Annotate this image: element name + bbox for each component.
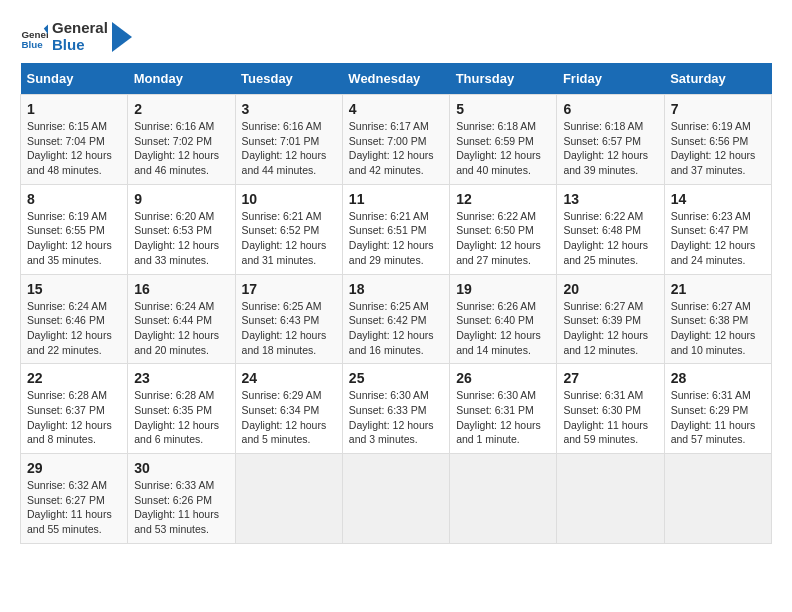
- day-info: Sunrise: 6:27 AMSunset: 6:39 PMDaylight:…: [563, 299, 657, 358]
- day-number: 20: [563, 281, 657, 297]
- calendar-cell: 4Sunrise: 6:17 AMSunset: 7:00 PMDaylight…: [342, 95, 449, 185]
- day-info: Sunrise: 6:22 AMSunset: 6:48 PMDaylight:…: [563, 209, 657, 268]
- logo-arrow-icon: [112, 22, 132, 52]
- calendar-cell: 3Sunrise: 6:16 AMSunset: 7:01 PMDaylight…: [235, 95, 342, 185]
- svg-marker-3: [112, 22, 132, 52]
- calendar-cell: 29Sunrise: 6:32 AMSunset: 6:27 PMDayligh…: [21, 454, 128, 544]
- day-number: 27: [563, 370, 657, 386]
- calendar-cell: [450, 454, 557, 544]
- calendar-cell: 20Sunrise: 6:27 AMSunset: 6:39 PMDayligh…: [557, 274, 664, 364]
- calendar-cell: 27Sunrise: 6:31 AMSunset: 6:30 PMDayligh…: [557, 364, 664, 454]
- calendar-cell: 15Sunrise: 6:24 AMSunset: 6:46 PMDayligh…: [21, 274, 128, 364]
- day-number: 2: [134, 101, 228, 117]
- logo-icon: General Blue: [20, 23, 48, 51]
- calendar-cell: 25Sunrise: 6:30 AMSunset: 6:33 PMDayligh…: [342, 364, 449, 454]
- calendar-cell: 19Sunrise: 6:26 AMSunset: 6:40 PMDayligh…: [450, 274, 557, 364]
- calendar-cell: 16Sunrise: 6:24 AMSunset: 6:44 PMDayligh…: [128, 274, 235, 364]
- calendar-cell: 28Sunrise: 6:31 AMSunset: 6:29 PMDayligh…: [664, 364, 771, 454]
- day-number: 1: [27, 101, 121, 117]
- day-info: Sunrise: 6:18 AMSunset: 6:57 PMDaylight:…: [563, 119, 657, 178]
- calendar-cell: 17Sunrise: 6:25 AMSunset: 6:43 PMDayligh…: [235, 274, 342, 364]
- calendar-cell: [342, 454, 449, 544]
- day-number: 6: [563, 101, 657, 117]
- col-header-sunday: Sunday: [21, 63, 128, 95]
- col-header-wednesday: Wednesday: [342, 63, 449, 95]
- day-number: 22: [27, 370, 121, 386]
- day-info: Sunrise: 6:19 AMSunset: 6:56 PMDaylight:…: [671, 119, 765, 178]
- day-info: Sunrise: 6:24 AMSunset: 6:46 PMDaylight:…: [27, 299, 121, 358]
- col-header-thursday: Thursday: [450, 63, 557, 95]
- day-number: 5: [456, 101, 550, 117]
- day-number: 24: [242, 370, 336, 386]
- svg-text:Blue: Blue: [21, 39, 43, 50]
- day-info: Sunrise: 6:32 AMSunset: 6:27 PMDaylight:…: [27, 478, 121, 537]
- day-number: 13: [563, 191, 657, 207]
- col-header-saturday: Saturday: [664, 63, 771, 95]
- day-info: Sunrise: 6:26 AMSunset: 6:40 PMDaylight:…: [456, 299, 550, 358]
- calendar-cell: [557, 454, 664, 544]
- day-number: 23: [134, 370, 228, 386]
- day-info: Sunrise: 6:31 AMSunset: 6:29 PMDaylight:…: [671, 388, 765, 447]
- calendar-cell: 23Sunrise: 6:28 AMSunset: 6:35 PMDayligh…: [128, 364, 235, 454]
- day-info: Sunrise: 6:21 AMSunset: 6:52 PMDaylight:…: [242, 209, 336, 268]
- day-info: Sunrise: 6:22 AMSunset: 6:50 PMDaylight:…: [456, 209, 550, 268]
- page-header: General Blue General Blue: [20, 20, 772, 53]
- day-number: 17: [242, 281, 336, 297]
- calendar-cell: 18Sunrise: 6:25 AMSunset: 6:42 PMDayligh…: [342, 274, 449, 364]
- calendar-cell: 12Sunrise: 6:22 AMSunset: 6:50 PMDayligh…: [450, 184, 557, 274]
- calendar-cell: 13Sunrise: 6:22 AMSunset: 6:48 PMDayligh…: [557, 184, 664, 274]
- day-number: 26: [456, 370, 550, 386]
- calendar-cell: 26Sunrise: 6:30 AMSunset: 6:31 PMDayligh…: [450, 364, 557, 454]
- day-number: 12: [456, 191, 550, 207]
- calendar-cell: [235, 454, 342, 544]
- day-number: 11: [349, 191, 443, 207]
- day-info: Sunrise: 6:16 AMSunset: 7:02 PMDaylight:…: [134, 119, 228, 178]
- day-info: Sunrise: 6:25 AMSunset: 6:43 PMDaylight:…: [242, 299, 336, 358]
- day-number: 21: [671, 281, 765, 297]
- day-number: 7: [671, 101, 765, 117]
- calendar-cell: 7Sunrise: 6:19 AMSunset: 6:56 PMDaylight…: [664, 95, 771, 185]
- day-info: Sunrise: 6:23 AMSunset: 6:47 PMDaylight:…: [671, 209, 765, 268]
- calendar-cell: 5Sunrise: 6:18 AMSunset: 6:59 PMDaylight…: [450, 95, 557, 185]
- day-info: Sunrise: 6:30 AMSunset: 6:33 PMDaylight:…: [349, 388, 443, 447]
- day-info: Sunrise: 6:20 AMSunset: 6:53 PMDaylight:…: [134, 209, 228, 268]
- day-info: Sunrise: 6:18 AMSunset: 6:59 PMDaylight:…: [456, 119, 550, 178]
- day-info: Sunrise: 6:16 AMSunset: 7:01 PMDaylight:…: [242, 119, 336, 178]
- calendar-cell: [664, 454, 771, 544]
- day-info: Sunrise: 6:24 AMSunset: 6:44 PMDaylight:…: [134, 299, 228, 358]
- day-number: 28: [671, 370, 765, 386]
- day-number: 15: [27, 281, 121, 297]
- calendar-cell: 14Sunrise: 6:23 AMSunset: 6:47 PMDayligh…: [664, 184, 771, 274]
- calendar-cell: 1Sunrise: 6:15 AMSunset: 7:04 PMDaylight…: [21, 95, 128, 185]
- calendar-table: SundayMondayTuesdayWednesdayThursdayFrid…: [20, 63, 772, 544]
- calendar-cell: 11Sunrise: 6:21 AMSunset: 6:51 PMDayligh…: [342, 184, 449, 274]
- day-info: Sunrise: 6:19 AMSunset: 6:55 PMDaylight:…: [27, 209, 121, 268]
- col-header-monday: Monday: [128, 63, 235, 95]
- day-number: 19: [456, 281, 550, 297]
- day-info: Sunrise: 6:33 AMSunset: 6:26 PMDaylight:…: [134, 478, 228, 537]
- col-header-tuesday: Tuesday: [235, 63, 342, 95]
- calendar-cell: 8Sunrise: 6:19 AMSunset: 6:55 PMDaylight…: [21, 184, 128, 274]
- day-number: 30: [134, 460, 228, 476]
- day-info: Sunrise: 6:17 AMSunset: 7:00 PMDaylight:…: [349, 119, 443, 178]
- calendar-cell: 24Sunrise: 6:29 AMSunset: 6:34 PMDayligh…: [235, 364, 342, 454]
- day-info: Sunrise: 6:25 AMSunset: 6:42 PMDaylight:…: [349, 299, 443, 358]
- day-number: 10: [242, 191, 336, 207]
- calendar-cell: 6Sunrise: 6:18 AMSunset: 6:57 PMDaylight…: [557, 95, 664, 185]
- day-number: 25: [349, 370, 443, 386]
- logo-blue: Blue: [52, 37, 108, 54]
- day-info: Sunrise: 6:30 AMSunset: 6:31 PMDaylight:…: [456, 388, 550, 447]
- day-number: 16: [134, 281, 228, 297]
- calendar-cell: 9Sunrise: 6:20 AMSunset: 6:53 PMDaylight…: [128, 184, 235, 274]
- day-number: 14: [671, 191, 765, 207]
- day-number: 9: [134, 191, 228, 207]
- logo: General Blue General Blue: [20, 20, 132, 53]
- calendar-cell: 10Sunrise: 6:21 AMSunset: 6:52 PMDayligh…: [235, 184, 342, 274]
- day-info: Sunrise: 6:28 AMSunset: 6:35 PMDaylight:…: [134, 388, 228, 447]
- col-header-friday: Friday: [557, 63, 664, 95]
- calendar-cell: 22Sunrise: 6:28 AMSunset: 6:37 PMDayligh…: [21, 364, 128, 454]
- day-info: Sunrise: 6:15 AMSunset: 7:04 PMDaylight:…: [27, 119, 121, 178]
- calendar-cell: 30Sunrise: 6:33 AMSunset: 6:26 PMDayligh…: [128, 454, 235, 544]
- day-info: Sunrise: 6:31 AMSunset: 6:30 PMDaylight:…: [563, 388, 657, 447]
- logo-general: General: [52, 20, 108, 37]
